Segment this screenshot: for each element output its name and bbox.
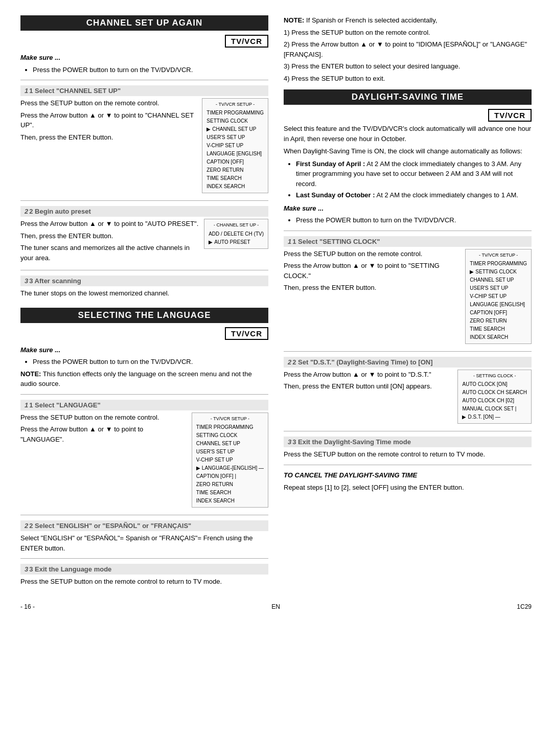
cancel-title: TO CANCEL THE DAYLIGHT-SAVING TIME (284, 470, 532, 480)
daylight-make-sure-bullet: Press the POWER button to turn on the TV… (296, 215, 532, 225)
channel-step3-p1: The tuner stops on the lowest memorized … (20, 288, 268, 299)
lang-note-step3: 3) Press the ENTER button to select your… (284, 61, 532, 72)
divider-7 (284, 231, 532, 231)
divider-1 (20, 80, 268, 80)
left-column: CHANNEL SET UP AGAIN TV/VCR Make sure ..… (20, 15, 268, 593)
channel-step2-menu: - CHANNEL SET UP - ADD / DELETE CH (TV) … (204, 219, 268, 248)
language-step1-menu: - TV/VCR SETUP - TIMER PROGRAMMING SETTI… (192, 413, 268, 508)
footer: - 16 - EN 1C29 (20, 603, 532, 610)
language-step3-heading: 33 Exit the Language mode (20, 564, 268, 575)
footer-model: 1C29 (517, 603, 532, 610)
divider-2 (20, 200, 268, 201)
language-title: SELECTING THE LANGUAGE (20, 308, 268, 323)
channel-step1-menu: - TV/VCR SETUP - TIMER PROGRAMMING SETTI… (202, 98, 268, 193)
language-step2-p1: Select "ENGLISH" or "ESPAÑOL"= Spanish o… (20, 533, 268, 553)
channel-make-sure-label: Make sure ... (20, 53, 268, 63)
daylight-step2-menu: - SETTING CLOCK - AUTO CLOCK [ON] AUTO C… (457, 370, 532, 424)
divider-5 (20, 515, 268, 515)
divider-4 (20, 394, 268, 395)
language-note: NOTE: This function effects only the lan… (20, 369, 268, 389)
daylight-tvvcr-badge: TV/VCR (488, 109, 532, 122)
language-tvvcr-badge: TV/VCR (225, 327, 268, 340)
lang-note-step2: 2) Press the Arrow button ▲ or ▼ to poin… (284, 39, 532, 59)
daylight-step2-content: - SETTING CLOCK - AUTO CLOCK [ON] AUTO C… (284, 370, 532, 426)
lang-note-step4: 4) Press the SETUP button to exit. (284, 74, 532, 84)
daylight-title: DAYLIGHT-SAVING TIME (284, 89, 532, 105)
channel-setup-tvvcr-badge: TV/VCR (225, 35, 268, 48)
daylight-step2-heading: 22 Set "D.S.T." (Daylight-Saving Time) t… (284, 357, 532, 368)
lang-note-step1: 1) Press the SETUP button on the remote … (284, 28, 532, 38)
divider-8 (284, 351, 532, 352)
language-step2-heading: 22 Select "ENGLISH" or "ESPAÑOL" or "FRA… (20, 520, 268, 531)
channel-step1-heading: 11 Select "CHANNEL SET UP" (20, 85, 268, 96)
language-make-sure-label: Make sure ... (20, 345, 268, 355)
channel-step3-heading: 33 After scanning (20, 276, 268, 286)
language-step3-p1: Press the SETUP button on the remote con… (20, 577, 268, 587)
footer-lang: EN (271, 603, 280, 610)
divider-9 (284, 431, 532, 431)
channel-setup-section: CHANNEL SET UP AGAIN TV/VCR Make sure ..… (20, 15, 268, 299)
footer-page: - 16 - (20, 603, 35, 610)
daylight-intro-p1: Select this feature and the TV/DVD/VCR's… (284, 124, 532, 144)
channel-step2-content: - CHANNEL SET UP - ADD / DELETE CH (TV) … (20, 219, 268, 265)
daylight-section: DAYLIGHT-SAVING TIME TV/VCR Select this … (284, 89, 532, 493)
daylight-step1-heading: 11 Select "SETTING CLOCK" (284, 236, 532, 247)
channel-setup-title: CHANNEL SET UP AGAIN (20, 15, 268, 31)
language-note-section: NOTE: If Spanish or French is selected a… (284, 15, 532, 83)
daylight-step1-content: - TV/VCR SETUP - TIMER PROGRAMMING ▶SETT… (284, 249, 532, 346)
channel-step2-heading: 22 Begin auto preset (20, 206, 268, 217)
language-step1-content: - TV/VCR SETUP - TIMER PROGRAMMING SETTI… (20, 413, 268, 510)
daylight-intro-p2: When Daylight-Saving Time is ON, the clo… (284, 146, 532, 156)
language-make-sure-bullet: Press the POWER button to turn on the TV… (33, 357, 268, 367)
divider-10 (284, 465, 532, 465)
channel-make-sure-bullet: Press the POWER button to turn on the TV… (33, 65, 268, 75)
channel-step1-content: - TV/VCR SETUP - TIMER PROGRAMMING SETTI… (20, 98, 268, 195)
language-step1-heading: 11 Select "LANGUAGE" (20, 400, 268, 410)
daylight-step1-menu: - TV/VCR SETUP - TIMER PROGRAMMING ▶SETT… (465, 249, 532, 344)
language-section: SELECTING THE LANGUAGE TV/VCR Make sure … (20, 308, 268, 587)
language-note-text: NOTE: If Spanish or French is selected a… (284, 15, 532, 26)
divider-6 (20, 558, 268, 559)
daylight-bullet2: Last Sunday of October : At 2 AM the clo… (296, 190, 532, 200)
divider-3 (20, 270, 268, 270)
right-column: NOTE: If Spanish or French is selected a… (284, 15, 532, 593)
daylight-step3-heading: 33 Exit the Daylight-Saving Time mode (284, 437, 532, 447)
daylight-bullet1: First Sunday of April : At 2 AM the cloc… (296, 159, 532, 189)
daylight-step3-p1: Press the SETUP button on the remote con… (284, 449, 532, 460)
cancel-text: Repeat steps [1] to [2], select [OFF] us… (284, 483, 532, 493)
daylight-make-sure-label: Make sure ... (284, 203, 532, 214)
